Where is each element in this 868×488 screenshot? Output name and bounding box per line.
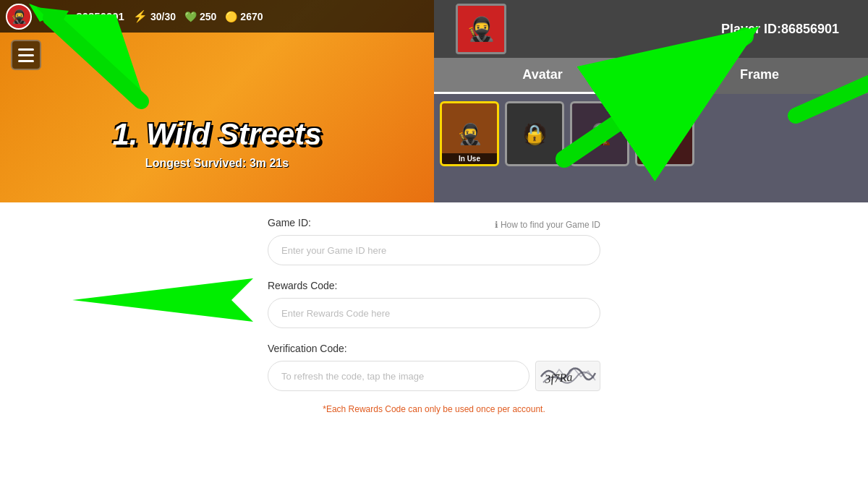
coin-icon: 🟡 <box>225 11 237 22</box>
avatar-card-1[interactable]: 🥷 In Use <box>440 101 499 166</box>
game-id-label: Game ID: <box>268 217 311 228</box>
captcha-image[interactable]: 3f7Ra <box>535 361 600 391</box>
rewards-note: *Each Rewards Code can only be used once… <box>323 404 545 414</box>
left-game-screenshot: 🥷 Player 86856901 ⚡ 30/30 💚 250 🟡 2670 1… <box>0 0 434 202</box>
verification-field-group: Verification Code: 3f7Ra <box>268 343 600 391</box>
verification-label: Verification Code: <box>268 343 347 354</box>
hp-stat: ⚡ 30/30 <box>133 9 176 23</box>
player-avatar: 🥷 <box>6 4 32 30</box>
tab-frame[interactable]: Frame <box>651 58 868 94</box>
verification-row: 3f7Ra <box>268 361 600 391</box>
tabs-row: Avatar Frame <box>434 58 868 94</box>
map-title: 1. Wild Streets <box>112 117 321 152</box>
top-screenshots: 🥷 Player 86856901 ⚡ 30/30 💚 250 🟡 2670 1… <box>0 0 868 202</box>
rewards-code-input[interactable] <box>268 298 600 328</box>
game-id-help-link[interactable]: ℹ How to find your Game ID <box>495 220 600 230</box>
right-player-avatar: 🥷 <box>456 4 506 54</box>
gem-stat: 💚 250 <box>184 11 216 22</box>
avatar-card-4[interactable]: 👺 🔒 <box>635 101 694 166</box>
game-id-label-row: Game ID: ℹ How to find your Game ID <box>268 217 600 232</box>
rewards-code-label: Rewards Code: <box>268 280 338 291</box>
lock-overlay-4: 🔒 <box>637 103 692 164</box>
avatars-row: 🥷 In Use 🧑 🔒 🧝 🔒 👺 🔒 <box>434 94 868 174</box>
avatar-card-3[interactable]: 🧝 🔒 <box>570 101 629 166</box>
rewards-label-row: Rewards Code: <box>268 280 600 295</box>
menu-line-1 <box>18 48 34 51</box>
tab-avatar[interactable]: Avatar <box>434 58 651 94</box>
coin-stat: 🟡 2670 <box>225 11 263 22</box>
menu-line-3 <box>18 60 34 62</box>
menu-line-2 <box>18 54 34 56</box>
svg-marker-12 <box>72 278 253 322</box>
bolt-icon: ⚡ <box>133 9 148 23</box>
gem-icon: 💚 <box>184 11 197 22</box>
lock-overlay-3: 🔒 <box>572 103 627 164</box>
right-header: 🥷 Player ID:86856901 <box>434 0 868 58</box>
verification-label-row: Verification Code: <box>268 343 600 358</box>
right-game-screenshot: 🥷 Player ID:86856901 Avatar Frame 🥷 In U… <box>434 0 868 202</box>
game-id-field-group: Game ID: ℹ How to find your Game ID <box>268 217 600 265</box>
captcha-svg: 3f7Ra <box>537 362 599 390</box>
menu-button[interactable] <box>11 40 41 70</box>
lock-overlay-2: 🔒 <box>507 103 562 164</box>
hud-bar: 🥷 Player 86856901 ⚡ 30/30 💚 250 🟡 2670 <box>0 0 434 33</box>
info-icon: ℹ <box>495 220 498 230</box>
verification-input[interactable] <box>268 361 529 391</box>
in-use-label: In Use <box>442 153 497 164</box>
form-section: Game ID: ℹ How to find your Game ID Rewa… <box>0 202 868 488</box>
player-id-text: Player ID:86856901 <box>721 22 839 37</box>
avatar-card-2[interactable]: 🧑 🔒 <box>505 101 564 166</box>
rewards-code-field-group: Rewards Code: <box>268 280 600 328</box>
map-subtitle: Longest Survived: 3m 21s <box>145 157 289 170</box>
game-id-input[interactable] <box>268 235 600 265</box>
player-name-left: Player 86856901 <box>41 10 124 22</box>
